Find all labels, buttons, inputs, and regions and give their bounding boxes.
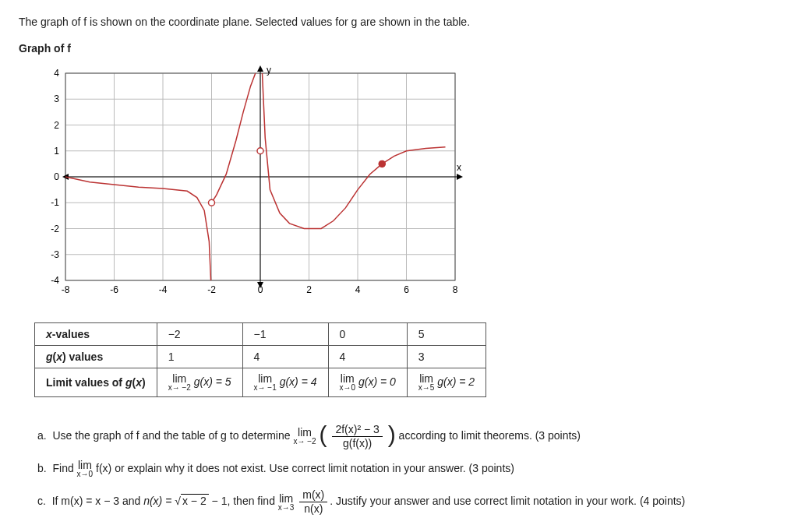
svg-text:-4: -4 bbox=[159, 284, 168, 295]
questions: a. Use the graph of f and the table of g… bbox=[37, 424, 761, 515]
svg-text:0: 0 bbox=[54, 171, 59, 182]
svg-marker-20 bbox=[457, 174, 463, 180]
question-c: c. If m(x) = x − 3 and n(x) = x − 2 − 1,… bbox=[37, 489, 761, 514]
svg-point-45 bbox=[209, 199, 215, 206]
svg-marker-23 bbox=[257, 65, 263, 72]
svg-text:8: 8 bbox=[453, 284, 458, 295]
svg-text:-2: -2 bbox=[207, 284, 216, 295]
svg-text:4: 4 bbox=[355, 284, 361, 295]
graph-of-f: -8-6-4-202468-4-3-2-101234xy bbox=[34, 65, 779, 299]
svg-text:0: 0 bbox=[258, 284, 263, 295]
svg-text:-1: -1 bbox=[51, 197, 59, 208]
question-a: a. Use the graph of f and the table of g… bbox=[37, 424, 761, 449]
svg-text:-3: -3 bbox=[51, 249, 59, 260]
svg-text:2: 2 bbox=[306, 284, 312, 295]
svg-text:1: 1 bbox=[54, 146, 59, 157]
svg-text:x: x bbox=[457, 162, 461, 173]
svg-text:-8: -8 bbox=[62, 284, 70, 295]
svg-text:4: 4 bbox=[54, 68, 59, 79]
svg-text:-2: -2 bbox=[51, 224, 59, 234]
table-row: g(x) values 1 4 4 3 bbox=[35, 346, 486, 368]
svg-text:2: 2 bbox=[54, 120, 59, 131]
table-row: Limit values of g(x) limx→ −2 g(x) = 5 l… bbox=[35, 368, 486, 397]
graph-title: Graph of f bbox=[19, 42, 779, 55]
question-b: b. Find lim x→0 f(x) or explain why it d… bbox=[37, 460, 761, 478]
intro-text: The graph of f is shown on the coordinat… bbox=[19, 16, 779, 28]
svg-text:-4: -4 bbox=[51, 275, 59, 286]
svg-text:3: 3 bbox=[54, 93, 59, 104]
svg-point-48 bbox=[379, 160, 385, 167]
svg-text:-6: -6 bbox=[110, 284, 118, 295]
svg-text:6: 6 bbox=[404, 284, 409, 295]
svg-text:y: y bbox=[267, 65, 271, 76]
table-row: x-x-valuesvalues −2 −1 0 5 bbox=[35, 323, 486, 346]
g-values-table: x-x-valuesvalues −2 −1 0 5 g(x) values 1… bbox=[34, 322, 486, 397]
svg-point-46 bbox=[257, 148, 263, 154]
